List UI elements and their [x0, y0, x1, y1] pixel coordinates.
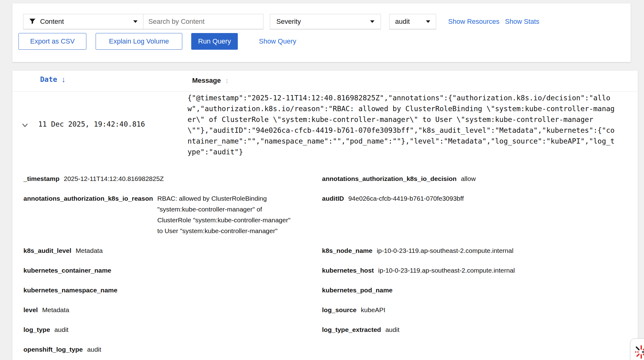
run-query-button[interactable]: Run Query — [191, 33, 238, 50]
detail-key: kubernetes_namespace_name — [23, 285, 118, 295]
detail-value: 2025-12-11T14:12:40.816982825Z — [64, 173, 164, 184]
detail-value: audit — [87, 344, 101, 355]
query-toolbar: Content Severity audit Show Resources Sh… — [12, 3, 631, 62]
detail-cell: kubernetes_container_name — [23, 265, 322, 276]
detail-value: Metadata — [42, 304, 69, 315]
detail-value: ip-10-0-23-119.ap-southeast-2.compute.in… — [378, 265, 515, 276]
date-column-header[interactable]: Date ↓ — [40, 75, 65, 83]
detail-key: log_source — [322, 304, 357, 315]
tenant-label: audit — [395, 18, 410, 26]
chevron-down-icon — [370, 20, 374, 23]
detail-key: log_type_extracted — [322, 324, 381, 335]
detail-key: _timestamp — [23, 173, 60, 184]
search-box — [143, 14, 263, 29]
detail-cell: kubernetes_namespace_name — [23, 285, 322, 295]
detail-cell: k8s_node_nameip-10-0-23-119.ap-southeast… — [322, 245, 628, 256]
detail-cell: kubernetes_hostip-10-0-23-119.ap-southea… — [322, 265, 628, 276]
detail-key: annotations_authorization_k8s_io_decisio… — [322, 173, 456, 184]
log-table: Date ↓ Message ↕ 11 Dec 2025, 19:42:40.8… — [12, 71, 638, 360]
detail-key: annotations_authorization_k8s_io_reason — [23, 193, 153, 204]
date-column-label: Date — [40, 75, 57, 83]
detail-key: log_type — [23, 324, 50, 335]
export-csv-button[interactable]: Export as CSV — [19, 33, 86, 50]
detail-cell: k8s_audit_levelMetadata — [23, 245, 322, 256]
search-input[interactable] — [143, 14, 263, 29]
detail-cell: log_type_extractedaudit — [322, 324, 628, 335]
chevron-down-icon — [426, 20, 430, 23]
sort-both-icon: ↕ — [225, 77, 229, 84]
header-divider — [12, 91, 638, 92]
detail-value: audit — [54, 324, 68, 335]
chevron-down-icon — [22, 123, 28, 128]
show-stats-link[interactable]: Show Stats — [505, 18, 539, 26]
message-column-header[interactable]: Message ↕ — [192, 77, 229, 85]
toolbar-links: Show Resources Show Stats — [448, 14, 539, 29]
detail-value: ip-10-0-23-119.ap-southeast-2.compute.in… — [377, 245, 513, 256]
detail-cell: openshift_log_typeaudit — [23, 344, 322, 355]
detail-key: k8s_audit_level — [23, 245, 71, 256]
detail-value: RBAC: allowed by ClusterRoleBinding "sys… — [157, 193, 297, 236]
log-row-date: 11 Dec 2025, 19:42:40.816 — [38, 120, 145, 128]
filter-funnel-icon — [29, 18, 36, 25]
message-column-label: Message — [192, 77, 221, 85]
show-resources-link[interactable]: Show Resources — [448, 18, 499, 26]
logo-widget[interactable] — [630, 338, 644, 360]
log-row-message: {"@timestamp":"2025-12-11T14:12:40.81698… — [188, 93, 617, 157]
detail-cell: log_typeaudit — [23, 324, 322, 335]
content-attribute-label: Content — [40, 18, 64, 26]
detail-cell: log_sourcekubeAPI — [322, 304, 628, 315]
detail-key: k8s_node_name — [322, 245, 372, 256]
detail-cell: _timestamp2025-12-11T14:12:40.816982825Z — [23, 173, 322, 184]
detail-key: kubernetes_pod_name — [322, 285, 393, 295]
explain-log-volume-button[interactable]: Explain Log Volume — [96, 33, 182, 50]
content-attribute-dropdown[interactable]: Content — [23, 14, 143, 29]
sort-descending-icon: ↓ — [61, 75, 65, 83]
show-query-button[interactable]: Show Query — [250, 33, 305, 50]
log-explorer-page: Content Severity audit Show Resources Sh… — [0, 0, 644, 360]
detail-value: kubeAPI — [361, 304, 385, 315]
detail-cell: annotations_authorization_k8s_io_decisio… — [322, 173, 628, 184]
detail-key: kubernetes_container_name — [23, 265, 111, 276]
detail-key: level — [23, 304, 38, 315]
tenant-dropdown[interactable]: audit — [389, 14, 436, 29]
severity-label: Severity — [276, 18, 301, 26]
details-grid: _timestamp2025-12-11T14:12:40.816982825Z… — [23, 173, 628, 355]
detail-cell: annotations_authorization_k8s_io_reasonR… — [23, 193, 322, 236]
detail-value: 94e026ca-cfcb-4419-b761-070fe3093bff — [348, 193, 464, 204]
severity-dropdown[interactable]: Severity — [270, 14, 381, 29]
detail-value: audit — [385, 324, 399, 335]
detail-key: kubernetes_host — [322, 265, 374, 276]
detail-cell: kubernetes_pod_name — [322, 285, 628, 295]
detail-key: openshift_log_type — [23, 344, 83, 355]
detail-value: allow — [461, 173, 476, 184]
detail-value: Metadata — [76, 245, 103, 256]
detail-cell: auditID94e026ca-cfcb-4419-b761-070fe3093… — [322, 193, 628, 204]
detail-key: auditID — [322, 193, 344, 204]
chevron-down-icon — [133, 20, 138, 23]
detail-cell: levelMetadata — [23, 304, 322, 315]
row-collapse-toggle[interactable] — [20, 121, 30, 130]
